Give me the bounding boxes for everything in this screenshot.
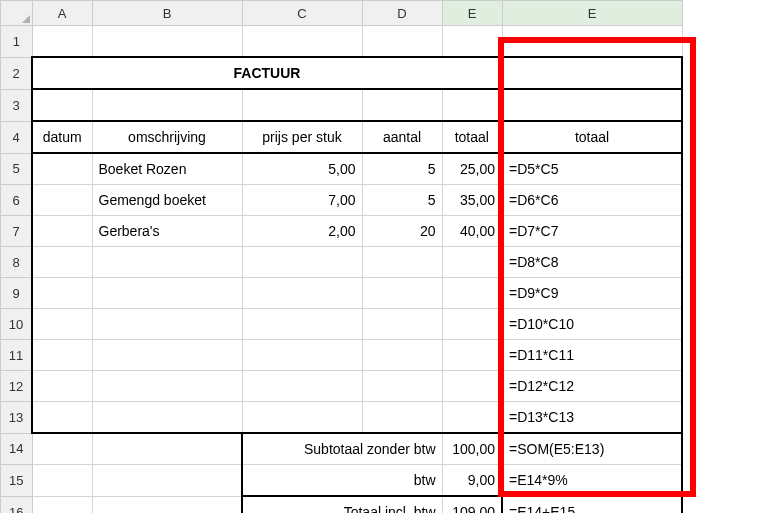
cell-D10[interactable] xyxy=(362,309,442,340)
row-header-8[interactable]: 8 xyxy=(1,247,33,278)
cell-F5[interactable]: =D5*C5 xyxy=(502,153,682,185)
cell-F13[interactable]: =D13*C13 xyxy=(502,402,682,434)
cell-E10[interactable] xyxy=(442,309,502,340)
row-header-11[interactable]: 11 xyxy=(1,340,33,371)
invoice-title[interactable]: FACTUUR xyxy=(32,57,502,89)
cell-A14[interactable] xyxy=(32,433,92,465)
subtotal-value[interactable]: 100,00 xyxy=(442,433,502,465)
row-header-10[interactable]: 10 xyxy=(1,309,33,340)
cell-C10[interactable] xyxy=(242,309,362,340)
total-value[interactable]: 109,00 xyxy=(442,496,502,513)
cell-D8[interactable] xyxy=(362,247,442,278)
cell-B5[interactable]: Boeket Rozen xyxy=(92,153,242,185)
cell-C1[interactable] xyxy=(242,26,362,58)
col-header-B[interactable]: B xyxy=(92,1,242,26)
cell-E2-1[interactable] xyxy=(502,26,682,58)
cell-F11[interactable]: =D11*C11 xyxy=(502,340,682,371)
cell-C5[interactable]: 5,00 xyxy=(242,153,362,185)
cell-F9[interactable]: =D9*C9 xyxy=(502,278,682,309)
cell-E6[interactable]: 35,00 xyxy=(442,185,502,216)
col-header-E[interactable]: E xyxy=(442,1,502,26)
cell-A5[interactable] xyxy=(32,153,92,185)
header-totaal-formula[interactable]: totaal xyxy=(502,121,682,153)
cell-D7[interactable]: 20 xyxy=(362,216,442,247)
cell-D9[interactable] xyxy=(362,278,442,309)
cell-D6[interactable]: 5 xyxy=(362,185,442,216)
grid[interactable]: A B C D E E 1 2 FACTUUR 3 4 datum omschr… xyxy=(0,0,683,513)
cell-F12[interactable]: =D12*C12 xyxy=(502,371,682,402)
col-header-A[interactable]: A xyxy=(32,1,92,26)
cell-A3[interactable] xyxy=(32,89,92,121)
cell-A12[interactable] xyxy=(32,371,92,402)
cell-A6[interactable] xyxy=(32,185,92,216)
row-header-13[interactable]: 13 xyxy=(1,402,33,434)
cell-B6[interactable]: Gemengd boeket xyxy=(92,185,242,216)
row-header-12[interactable]: 12 xyxy=(1,371,33,402)
header-aantal[interactable]: aantal xyxy=(362,121,442,153)
cell-D3[interactable] xyxy=(362,89,442,121)
row-header-16[interactable]: 16 xyxy=(1,496,33,513)
cell-D12[interactable] xyxy=(362,371,442,402)
cell-B11[interactable] xyxy=(92,340,242,371)
btw-formula[interactable]: =E14*9% xyxy=(502,465,682,497)
cell-B8[interactable] xyxy=(92,247,242,278)
cell-B14[interactable] xyxy=(92,433,242,465)
cell-C8[interactable] xyxy=(242,247,362,278)
cell-A15[interactable] xyxy=(32,465,92,497)
cell-C9[interactable] xyxy=(242,278,362,309)
cell-C6[interactable]: 7,00 xyxy=(242,185,362,216)
total-label[interactable]: Totaal incl. btw xyxy=(242,496,442,513)
cell-E1-1[interactable] xyxy=(442,26,502,58)
select-all-corner[interactable] xyxy=(1,1,33,26)
cell-B16[interactable] xyxy=(92,496,242,513)
cell-A16[interactable] xyxy=(32,496,92,513)
header-datum[interactable]: datum xyxy=(32,121,92,153)
cell-A8[interactable] xyxy=(32,247,92,278)
cell-E2-3[interactable] xyxy=(502,89,682,121)
row-header-2[interactable]: 2 xyxy=(1,57,33,89)
cell-E12[interactable] xyxy=(442,371,502,402)
cell-D13[interactable] xyxy=(362,402,442,434)
subtotal-label[interactable]: Subtotaal zonder btw xyxy=(242,433,442,465)
row-header-14[interactable]: 14 xyxy=(1,433,33,465)
cell-A7[interactable] xyxy=(32,216,92,247)
btw-value[interactable]: 9,00 xyxy=(442,465,502,497)
cell-C3[interactable] xyxy=(242,89,362,121)
row-header-6[interactable]: 6 xyxy=(1,185,33,216)
row-header-1[interactable]: 1 xyxy=(1,26,33,58)
cell-E8[interactable] xyxy=(442,247,502,278)
cell-E9[interactable] xyxy=(442,278,502,309)
cell-A9[interactable] xyxy=(32,278,92,309)
cell-B15[interactable] xyxy=(92,465,242,497)
cell-E2-2[interactable] xyxy=(502,57,682,89)
subtotal-formula[interactable]: =SOM(E5:E13) xyxy=(502,433,682,465)
cell-B10[interactable] xyxy=(92,309,242,340)
cell-A13[interactable] xyxy=(32,402,92,434)
cell-D1[interactable] xyxy=(362,26,442,58)
row-header-7[interactable]: 7 xyxy=(1,216,33,247)
total-formula[interactable]: =E14+E15 xyxy=(502,496,682,513)
cell-C11[interactable] xyxy=(242,340,362,371)
cell-E5[interactable]: 25,00 xyxy=(442,153,502,185)
row-header-5[interactable]: 5 xyxy=(1,153,33,185)
col-header-C[interactable]: C xyxy=(242,1,362,26)
cell-E13[interactable] xyxy=(442,402,502,434)
header-omschrijving[interactable]: omschrijving xyxy=(92,121,242,153)
cell-B13[interactable] xyxy=(92,402,242,434)
cell-E1-3[interactable] xyxy=(442,89,502,121)
cell-D11[interactable] xyxy=(362,340,442,371)
cell-B12[interactable] xyxy=(92,371,242,402)
cell-F6[interactable]: =D6*C6 xyxy=(502,185,682,216)
cell-A11[interactable] xyxy=(32,340,92,371)
cell-B1[interactable] xyxy=(92,26,242,58)
header-prijs[interactable]: prijs per stuk xyxy=(242,121,362,153)
cell-E11[interactable] xyxy=(442,340,502,371)
col-header-D[interactable]: D xyxy=(362,1,442,26)
cell-F8[interactable]: =D8*C8 xyxy=(502,247,682,278)
cell-C12[interactable] xyxy=(242,371,362,402)
cell-A1[interactable] xyxy=(32,26,92,58)
cell-C13[interactable] xyxy=(242,402,362,434)
cell-B9[interactable] xyxy=(92,278,242,309)
cell-A10[interactable] xyxy=(32,309,92,340)
cell-F10[interactable]: =D10*C10 xyxy=(502,309,682,340)
